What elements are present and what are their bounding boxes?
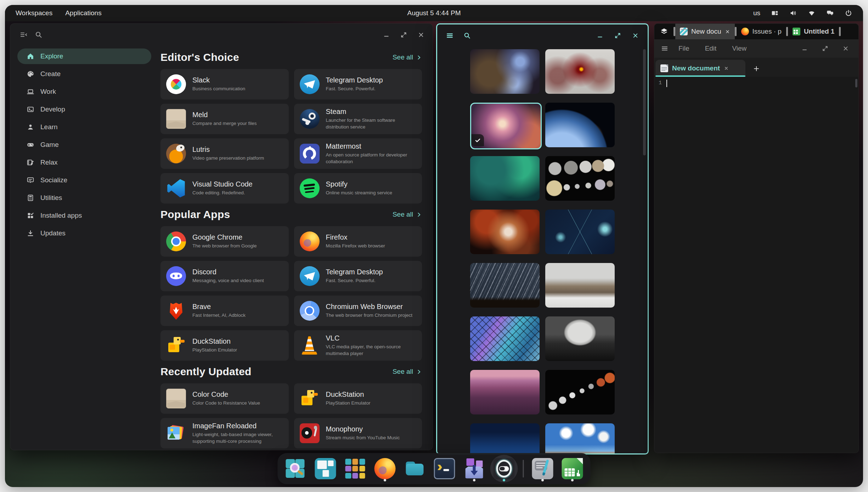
app-card-telegram-desktop[interactable]: Telegram DesktopFast. Secure. Powerful. (294, 261, 422, 291)
wallpaper-thumbnail-star-trails[interactable] (470, 263, 540, 308)
wallpaper-thumbnail-moons-planets-chart[interactable] (545, 156, 615, 201)
app-card-visual-studio-code[interactable]: Visual Studio CodeCode editing. Redefine… (160, 173, 289, 204)
see-all-link[interactable]: See all (393, 211, 422, 218)
sidebar-item-socialize[interactable]: Socialize (17, 172, 151, 188)
dock-item-app-finder[interactable] (282, 455, 310, 482)
sidebar-item-installed-apps[interactable]: Installed apps (17, 208, 151, 223)
app-card-monophony[interactable]: MonophonyStream music from YouTube Music (294, 418, 422, 448)
dock-item-wallpaper-switcher[interactable] (490, 455, 518, 482)
see-all-label: See all (393, 368, 413, 376)
wallpaper-thumbnail-galactic-plane-radio[interactable] (545, 49, 615, 94)
wallpaper-thumbnail-earth-from-space[interactable] (545, 103, 615, 147)
app-card-google-chrome[interactable]: Google ChromeThe web browser from Google (160, 226, 289, 257)
wallpaper-thumbnail-nebula-blue-brown[interactable] (470, 49, 540, 94)
dock-item-firefox[interactable] (371, 455, 399, 482)
app-card-lutris[interactable]: LutrisVideo game preservation platform (160, 138, 289, 169)
dock-item-file-manager[interactable] (401, 455, 429, 482)
app-card-imagefan-reloaded[interactable]: ImageFan ReloadedLight-weight, tab-based… (160, 418, 289, 448)
dock-item-software-installer[interactable] (461, 455, 488, 482)
new-tab-button[interactable] (753, 65, 760, 73)
dock-item-terminal[interactable] (431, 455, 458, 482)
minimize-button[interactable] (801, 45, 808, 52)
editor-text-area[interactable]: 1 (654, 77, 858, 453)
sidebar-item-game[interactable]: Game (17, 137, 151, 153)
wallpaper-thumbnail-tarantula-nebula[interactable] (470, 210, 540, 254)
applications-menu[interactable]: Applications (65, 9, 101, 17)
layers-icon[interactable] (654, 24, 673, 39)
scrollbar-thumb[interactable] (855, 79, 857, 87)
app-card-mattermost[interactable]: MattermostAn open source platform for de… (294, 138, 422, 169)
close-button[interactable] (417, 31, 425, 39)
wm-tab-issues-p[interactable]: Issues · p (737, 24, 786, 39)
vlc-app-icon (300, 336, 320, 355)
dock-item-libreoffice-calc[interactable] (559, 455, 586, 482)
volume-icon[interactable] (789, 9, 797, 17)
wm-tab-new-docu[interactable]: New docu (675, 24, 735, 39)
sidebar-item-updates[interactable]: Updates (17, 225, 151, 241)
wallpaper-thumbnail-geometric-triangles[interactable] (470, 316, 540, 361)
minimize-button[interactable] (596, 32, 604, 39)
wallpaper-thumbnail-deep-blue-sky[interactable] (470, 423, 540, 454)
wm-tab-untitled-1[interactable]: Untitled 1 (788, 24, 839, 39)
clock[interactable]: August 5 4:44 PM (407, 9, 461, 17)
maximize-button[interactable] (822, 45, 829, 52)
app-description: Launcher for the Steam software distribu… (326, 117, 417, 131)
dock-item-notes-editor[interactable] (529, 455, 557, 482)
sidebar-item-relax[interactable]: Relax (17, 155, 151, 170)
search-icon[interactable] (463, 32, 471, 40)
menu-edit[interactable]: Edit (705, 45, 717, 52)
sidebar-item-develop[interactable]: Develop (17, 102, 151, 117)
maximize-button[interactable] (400, 31, 407, 39)
keyboard-layout-icon[interactable] (771, 9, 779, 17)
scrollbar-thumb[interactable] (643, 49, 646, 155)
app-card-steam[interactable]: SteamLauncher for the Steam software dis… (294, 104, 422, 134)
app-card-vlc[interactable]: VLCVLC media player, the open-source mul… (294, 330, 422, 361)
see-all-link[interactable]: See all (393, 368, 422, 376)
wallpaper-thumbnail-lunar-eclipse-sequence[interactable] (545, 370, 615, 414)
close-button[interactable] (842, 45, 849, 52)
app-card-slack[interactable]: SlackBusiness communication (160, 69, 289, 99)
hamburger-menu-icon[interactable] (661, 45, 669, 52)
see-all-link[interactable]: See all (393, 53, 422, 61)
sidebar-item-create[interactable]: Create (17, 66, 151, 82)
sidebar-item-learn[interactable]: Learn (17, 119, 151, 135)
app-card-duckstation[interactable]: DuckStationPlayStation Emulator (294, 383, 422, 414)
app-card-brave[interactable]: BraveFast Internet, AI, Adblock (160, 296, 289, 326)
dock-item-app-grid[interactable] (342, 455, 369, 482)
tab-new-document[interactable]: New document (655, 60, 745, 77)
wifi-icon[interactable] (808, 9, 816, 17)
menu-file[interactable]: File (678, 45, 689, 52)
wallpaper-thumbnail-radio-telescope[interactable] (545, 316, 615, 361)
menu-view[interactable]: View (732, 45, 746, 52)
wallpaper-thumbnail-starfield-diffraction[interactable] (545, 210, 615, 254)
wallpaper-thumbnail-orion-nebula[interactable] (470, 103, 540, 147)
wallpaper-thumbnail-snowy-mountains[interactable] (545, 263, 615, 308)
workspaces-menu[interactable]: Workspaces (16, 9, 52, 17)
search-icon[interactable] (34, 30, 43, 39)
wallpaper-thumbnail-grand-canyon-dusk[interactable] (470, 370, 540, 414)
app-card-telegram-desktop[interactable]: Telegram DesktopFast. Secure. Powerful. (294, 69, 422, 99)
sidebar-collapse-icon[interactable] (19, 30, 28, 39)
close-tab-icon[interactable] (724, 66, 729, 71)
maximize-button[interactable] (614, 32, 621, 39)
app-card-chromium-web-browser[interactable]: Chromium Web BrowserThe web browser from… (294, 296, 422, 326)
app-card-duckstation[interactable]: DuckStationPlayStation Emulator (160, 330, 289, 361)
minimize-button[interactable] (383, 31, 390, 39)
sidebar-item-explore[interactable]: Explore (17, 48, 151, 64)
sidebar-item-utilities[interactable]: Utilities (17, 190, 151, 206)
wallpaper-thumbnail-monument-valley[interactable] (545, 423, 615, 454)
dock-item-window-tiler[interactable] (312, 455, 339, 482)
wallpaper-thumbnail-aurora-teal-swirls[interactable] (470, 156, 540, 201)
app-card-firefox[interactable]: FirefoxMozilla Firefox web browser (294, 226, 422, 257)
app-card-meld[interactable]: MeldCompare and merge your files (160, 104, 289, 134)
chat-icon[interactable] (826, 9, 834, 17)
app-card-color-code[interactable]: Color CodeColor Code to Resistance Value (160, 383, 289, 414)
app-card-spotify[interactable]: SpotifyOnline music streaming service (294, 173, 422, 204)
power-icon[interactable] (845, 9, 852, 17)
app-card-discord[interactable]: DiscordMessaging, voice and video client (160, 261, 289, 291)
close-button[interactable] (632, 32, 639, 39)
hamburger-menu-icon[interactable] (446, 32, 454, 40)
keyboard-layout-indicator[interactable]: us (753, 9, 760, 17)
close-tab-icon[interactable] (725, 29, 730, 34)
sidebar-item-work[interactable]: Work (17, 84, 151, 99)
